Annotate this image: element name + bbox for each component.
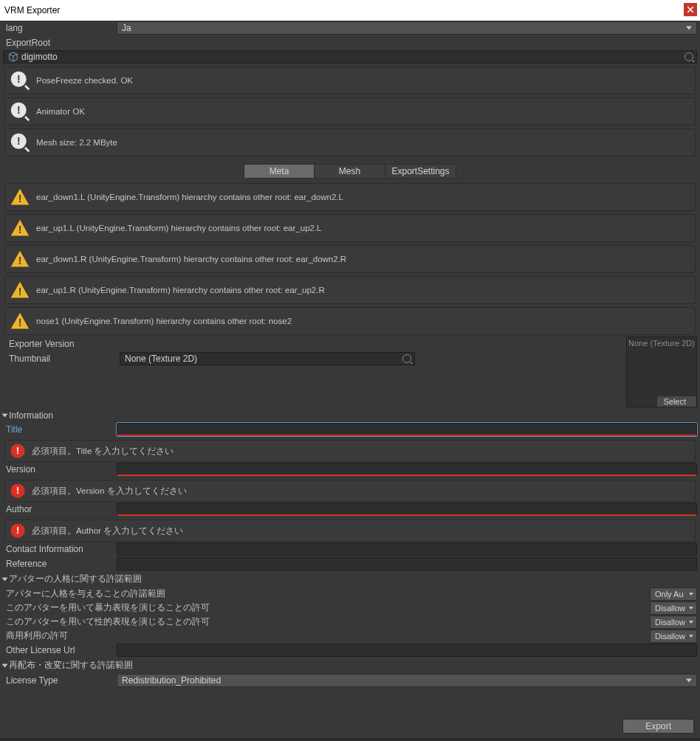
reference-label: Reference	[3, 559, 117, 569]
permission-foldout[interactable]: アバターの人格に関する許諾範囲	[0, 571, 700, 587]
error-icon: !	[10, 483, 26, 499]
license-value: Redistribution_Prohibited	[122, 675, 221, 686]
contact-row: Contact Information	[0, 542, 700, 556]
error-text: 必須項目。Author を入力してください	[32, 525, 183, 537]
lang-value: Ja	[122, 23, 131, 33]
contact-input[interactable]	[117, 542, 697, 556]
warning-row: ! nose1 (UnityEngine.Transform) hierarch…	[4, 307, 696, 335]
gameobject-icon	[8, 52, 18, 62]
svg-text:!: !	[18, 193, 22, 204]
information-foldout[interactable]: Information	[0, 409, 700, 422]
version-error: ! 必須項目。Version を入力してください	[4, 480, 696, 502]
redistribution-header: 再配布・改変に関する許諾範囲	[9, 659, 133, 672]
info-posefreeze: ! PoseFreeze checked. OK	[4, 66, 696, 94]
perm-personation-row: アバターに人格を与えることの許諾範囲 Only Au	[0, 587, 700, 601]
title-row: Title	[0, 422, 700, 437]
warning-icon: !	[10, 249, 30, 269]
thumbnail-slot[interactable]: None (Texture 2D) Select	[626, 337, 697, 407]
info-text: Mesh size: 2.2 MByte	[36, 138, 117, 147]
close-icon	[687, 7, 693, 13]
author-row: Author	[0, 502, 700, 517]
svg-text:!: !	[17, 135, 21, 147]
svg-text:!: !	[18, 317, 22, 328]
thumbnail-slot-label: None (Texture 2D)	[628, 339, 695, 348]
error-icon: !	[10, 443, 26, 459]
object-picker-icon[interactable]	[402, 354, 411, 363]
title-error: ! 必須項目。Title を入力してください	[4, 440, 696, 462]
author-error: ! 必須項目。Author を入力してください	[4, 520, 696, 542]
thumbnail-label: Thumbnail	[6, 354, 120, 364]
svg-text:!: !	[16, 486, 19, 496]
perm-personation-dropdown[interactable]: Only Au	[650, 587, 697, 601]
tab-mesh[interactable]: Mesh	[315, 164, 385, 179]
warning-text: nose1 (UnityEngine.Transform) hierarchy …	[36, 317, 292, 325]
exportroot-label: ExportRoot	[3, 38, 117, 48]
object-picker-icon[interactable]	[684, 52, 693, 61]
thumbnail-field[interactable]: None (Texture 2D)	[120, 352, 415, 365]
perm-commercial-label: 商用利用の許可	[3, 630, 650, 642]
warning-text: ear_down1.R (UnityEngine.Transform) hier…	[36, 255, 346, 263]
lang-label: lang	[3, 23, 117, 33]
perm-sexual-dropdown[interactable]: Disallow	[650, 616, 697, 629]
thumbnail-row: Thumbnail None (Texture 2D)	[3, 351, 622, 366]
info-text: PoseFreeze checked. OK	[36, 76, 133, 85]
tab-bar: Meta Mesh ExportSettings	[0, 164, 700, 179]
warning-row: ! ear_up1.L (UnityEngine.Transform) hier…	[4, 214, 696, 242]
svg-text:!: !	[18, 255, 22, 266]
author-label: Author	[3, 504, 117, 514]
info-icon: !	[10, 70, 30, 91]
other-license-input[interactable]	[117, 644, 697, 657]
svg-text:!: !	[16, 525, 19, 536]
warning-text: ear_up1.R (UnityEngine.Transform) hierar…	[36, 286, 325, 294]
warning-icon: !	[10, 218, 30, 238]
close-button[interactable]	[684, 3, 697, 16]
thumbnail-select-button[interactable]: Select	[657, 396, 696, 407]
window-title: VRM Exporter	[4, 5, 60, 15]
error-text: 必須項目。Version を入力してください	[32, 486, 187, 497]
exportroot-value: digimotto	[21, 52, 58, 62]
perm-commercial-dropdown[interactable]: Disallow	[650, 630, 697, 643]
version-label: Version	[3, 464, 117, 475]
window-titlebar: VRM Exporter	[0, 0, 700, 21]
perm-commercial-row: 商用利用の許可 Disallow	[0, 629, 700, 643]
bottom-border	[0, 738, 700, 741]
reference-row: Reference	[0, 556, 700, 571]
license-dropdown[interactable]: Redistribution_Prohibited	[117, 674, 697, 687]
author-input[interactable]	[117, 503, 697, 516]
info-animator: ! Animator OK	[4, 97, 696, 125]
exporter-version-field	[120, 337, 619, 351]
export-button[interactable]: Export	[622, 719, 694, 734]
tab-exportsettings[interactable]: ExportSettings	[385, 164, 456, 179]
export-bar: Export	[6, 719, 694, 734]
perm-personation-label: アバターに人格を与えることの許諾範囲	[3, 587, 650, 600]
perm-violence-row: このアバターを用いて暴力表現を演じることの許可 Disallow	[0, 601, 700, 615]
warning-text: ear_down1.L (UnityEngine.Transform) hier…	[36, 193, 343, 201]
license-row: License Type Redistribution_Prohibited	[0, 673, 700, 688]
redistribution-foldout[interactable]: 再配布・改変に関する許諾範囲	[0, 658, 700, 673]
lang-row: lang Ja	[0, 21, 700, 35]
information-header: Information	[9, 410, 53, 421]
svg-text:!: !	[17, 104, 21, 116]
warning-icon: !	[10, 187, 30, 207]
exportroot-field[interactable]: digimotto	[3, 50, 697, 63]
warning-row: ! ear_up1.R (UnityEngine.Transform) hier…	[4, 276, 696, 304]
version-input[interactable]	[117, 463, 697, 476]
contact-label: Contact Information	[3, 544, 117, 554]
perm-sexual-label: このアバターを用いて性的表現を演じることの許可	[3, 616, 650, 628]
svg-text:!: !	[18, 224, 22, 235]
perm-violence-label: このアバターを用いて暴力表現を演じることの許可	[3, 602, 650, 614]
lang-dropdown[interactable]: Ja	[117, 21, 697, 35]
perm-violence-dropdown[interactable]: Disallow	[650, 602, 697, 615]
svg-text:!: !	[16, 446, 19, 456]
info-icon: !	[10, 101, 30, 122]
info-meshsize: ! Mesh size: 2.2 MByte	[4, 128, 696, 156]
tab-meta[interactable]: Meta	[244, 164, 315, 179]
exporter-version-row: Exporter Version	[3, 337, 622, 351]
info-icon: !	[10, 132, 30, 153]
warning-icon: !	[10, 280, 30, 300]
title-input[interactable]	[117, 423, 697, 436]
svg-text:!: !	[18, 286, 22, 297]
reference-input[interactable]	[117, 557, 697, 571]
license-label: License Type	[3, 675, 117, 686]
title-label: Title	[3, 424, 117, 435]
